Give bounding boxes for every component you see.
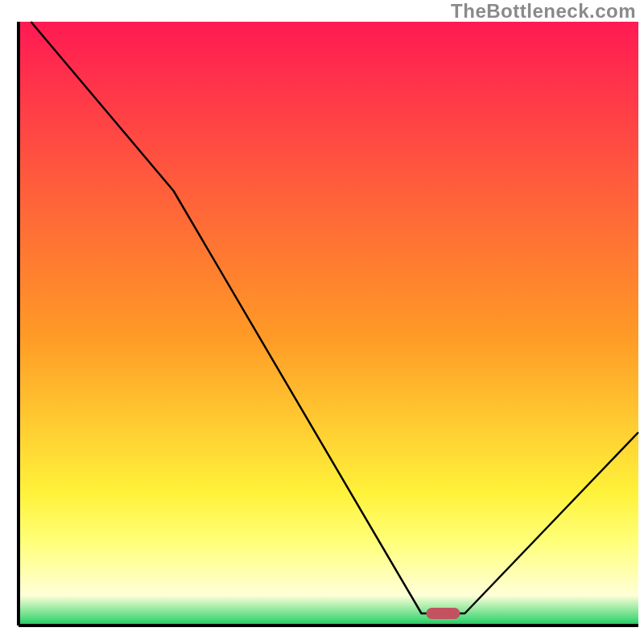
optimal-point-marker <box>426 608 460 619</box>
watermark-text: TheBottleneck.com <box>451 0 636 23</box>
plot-background <box>19 22 638 625</box>
bottleneck-chart: TheBottleneck.com <box>0 0 644 644</box>
chart-canvas <box>0 0 644 644</box>
